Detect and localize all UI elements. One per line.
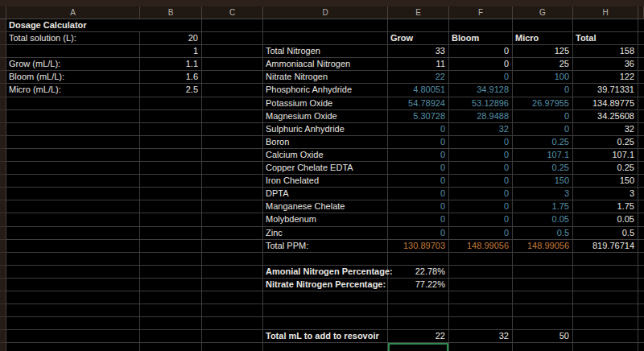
cell-I12[interactable] (638, 162, 644, 175)
cell-C26[interactable] (202, 343, 263, 351)
cell-I21[interactable] (638, 279, 644, 291)
cell-I7[interactable] (638, 97, 644, 110)
cell-E22[interactable] (388, 291, 449, 304)
cell-I26[interactable] (638, 343, 644, 351)
cell-G2[interactable]: Micro (513, 32, 573, 45)
cell-A13[interactable] (6, 175, 140, 188)
cell-F24[interactable] (449, 317, 513, 330)
cell-G25[interactable]: 50 (513, 330, 573, 343)
cell-F8[interactable]: 28.9488 (449, 110, 513, 123)
cell-I19[interactable] (638, 253, 644, 266)
cell-I5[interactable] (638, 71, 644, 84)
row-gutter-1[interactable] (0, 19, 6, 32)
cell-G22[interactable] (513, 291, 573, 304)
cell-I1[interactable] (638, 19, 644, 32)
cell-C6[interactable] (202, 84, 263, 97)
cell-H2[interactable]: Total (573, 32, 638, 45)
row-gutter-5[interactable] (0, 71, 6, 84)
row-gutter-22[interactable] (0, 291, 6, 304)
cell-E25[interactable]: 22 (388, 330, 449, 343)
column-header-G[interactable]: G (513, 6, 573, 19)
cell-G19[interactable] (513, 253, 573, 266)
cell-H26[interactable] (573, 343, 638, 351)
cell-G1[interactable] (513, 19, 573, 32)
cell-H24[interactable] (573, 317, 638, 330)
cell-H7[interactable]: 134.89775 (573, 97, 638, 110)
cell-B8[interactable] (140, 110, 202, 123)
cell-E23[interactable] (388, 304, 449, 317)
cell-C19[interactable] (202, 253, 263, 266)
cell-D20[interactable]: Amonial Nitrogen Percentage: (263, 266, 388, 279)
cell-G17[interactable]: 0.5 (513, 227, 573, 240)
cell-A24[interactable] (6, 317, 140, 330)
cell-I22[interactable] (638, 291, 644, 304)
row-gutter-19[interactable] (0, 253, 6, 266)
row-gutter-6[interactable] (0, 84, 6, 97)
cell-B13[interactable] (140, 175, 202, 188)
cell-D21[interactable]: Nitrate Nitrogen Percentage: (263, 279, 388, 291)
cell-D3[interactable]: Total Nitrogen (263, 45, 388, 58)
cell-B12[interactable] (140, 162, 202, 175)
cell-F19[interactable] (449, 253, 513, 266)
cell-D18[interactable]: Total PPM: (263, 240, 388, 253)
cell-G7[interactable]: 26.97955 (513, 97, 573, 110)
cell-E16[interactable]: 0 (388, 213, 449, 226)
row-gutter-16[interactable] (0, 213, 6, 226)
cell-I3[interactable] (638, 45, 644, 58)
cell-H25[interactable] (573, 330, 638, 343)
cell-D24[interactable] (263, 317, 388, 330)
cell-F3[interactable]: 0 (449, 45, 513, 58)
cell-D19[interactable] (263, 253, 388, 266)
cell-C2[interactable] (202, 32, 263, 45)
cell-G11[interactable]: 107.1 (513, 149, 573, 162)
cell-B10[interactable] (140, 136, 202, 149)
row-gutter-18[interactable] (0, 240, 6, 253)
cell-A15[interactable] (6, 200, 140, 213)
cell-I16[interactable] (638, 213, 644, 226)
cell-H10[interactable]: 0.25 (573, 136, 638, 149)
row-gutter-14[interactable] (0, 188, 6, 200)
row-gutter-4[interactable] (0, 58, 6, 71)
cell-G6[interactable]: 0 (513, 84, 573, 97)
column-header-partial[interactable] (638, 6, 644, 19)
cell-G10[interactable]: 0.25 (513, 136, 573, 149)
row-gutter-20[interactable] (0, 266, 6, 279)
row-gutter-10[interactable] (0, 136, 6, 149)
cell-G4[interactable]: 25 (513, 58, 573, 71)
cell-F10[interactable]: 0 (449, 136, 513, 149)
cell-C4[interactable] (202, 58, 263, 71)
cell-H15[interactable]: 1.75 (573, 200, 638, 213)
cell-B14[interactable] (140, 188, 202, 200)
cell-G14[interactable]: 3 (513, 188, 573, 200)
cell-C22[interactable] (202, 291, 263, 304)
cell-I10[interactable] (638, 136, 644, 149)
cell-G5[interactable]: 100 (513, 71, 573, 84)
cell-B11[interactable] (140, 149, 202, 162)
cell-F9[interactable]: 32 (449, 123, 513, 136)
cell-D17[interactable]: Zinc (263, 227, 388, 240)
cell-E9[interactable]: 0 (388, 123, 449, 136)
row-gutter-9[interactable] (0, 123, 6, 136)
cell-I23[interactable] (638, 304, 644, 317)
cell-E12[interactable]: 0 (388, 162, 449, 175)
cell-H9[interactable]: 32 (573, 123, 638, 136)
row-gutter-13[interactable] (0, 175, 6, 188)
row-gutter-11[interactable] (0, 149, 6, 162)
cell-C5[interactable] (202, 71, 263, 84)
cell-C3[interactable] (202, 45, 263, 58)
cell-D8[interactable]: Magnesium Oxide (263, 110, 388, 123)
cell-D14[interactable]: DPTA (263, 188, 388, 200)
cell-F4[interactable]: 0 (449, 58, 513, 71)
cell-H23[interactable] (573, 304, 638, 317)
cell-D9[interactable]: Sulphuric Anhydride (263, 123, 388, 136)
cell-F23[interactable] (449, 304, 513, 317)
cell-D13[interactable]: Iron Chelated (263, 175, 388, 188)
cell-B2[interactable]: 20 (140, 32, 202, 45)
cell-D10[interactable]: Boron (263, 136, 388, 149)
cell-H5[interactable]: 122 (573, 71, 638, 84)
cell-H20[interactable] (573, 266, 638, 279)
cell-A5[interactable]: Bloom (mL/L): (6, 71, 140, 84)
column-header-E[interactable]: E (388, 6, 449, 19)
cell-D11[interactable]: Calcium Oxide (263, 149, 388, 162)
column-header-F[interactable]: F (449, 6, 513, 19)
